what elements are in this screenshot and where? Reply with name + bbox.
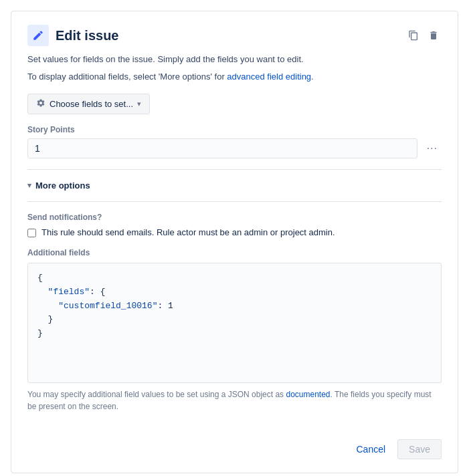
header-actions [405,27,442,43]
story-points-label: Story Points [27,125,442,134]
send-notifications-checkbox[interactable] [27,229,36,237]
send-notifications-checkbox-label[interactable]: This rule should send emails. Rule actor… [41,227,335,237]
chevron-down-icon: ▾ [137,100,141,108]
cancel-button[interactable]: Cancel [349,440,392,459]
more-options-toggle[interactable]: ▾ More options [27,181,90,191]
trash-icon [428,30,439,41]
description-line1: Set values for fields on the issue. Simp… [27,53,442,66]
choose-fields-label: Choose fields to set... [50,99,133,109]
save-button[interactable]: Save [397,439,442,459]
additional-fields-editor[interactable]: { "fields": { "customfield_10016": 1 } } [27,263,442,383]
code-block: { "fields": { "customfield_10016": 1 } } [37,271,432,341]
edit-issue-card: Edit issue Set values for fields on the … [11,11,458,473]
description-line2: To display additional fields, select 'Mo… [27,70,442,84]
story-points-section: Story Points ··· [27,125,442,158]
additional-fields-label: Additional fields [27,248,442,257]
help-text: You may specify additional field values … [27,388,442,412]
send-notifications-row: This rule should send emails. Rule actor… [27,227,442,237]
copy-icon [408,30,419,41]
documented-link[interactable]: documented [286,390,330,399]
chevron-icon: ▾ [27,181,31,190]
more-options-label: More options [35,181,90,191]
gear-icon [36,98,45,110]
card-header: Edit issue [27,25,442,46]
delete-button[interactable] [426,27,442,43]
send-notifications-label: Send notifications? [27,213,442,222]
more-options-section: Send notifications? This rule should sen… [27,201,442,412]
story-points-input[interactable] [27,138,417,158]
section-divider [27,169,442,170]
choose-fields-button[interactable]: Choose fields to set... ▾ [27,94,150,114]
copy-button[interactable] [405,27,421,43]
edit-issue-icon [27,25,49,46]
advanced-field-editing-link[interactable]: advanced field editing [227,72,311,82]
pencil-svg [32,29,44,41]
page-title: Edit issue [56,28,399,43]
story-points-options-button[interactable]: ··· [423,140,442,157]
story-points-row: ··· [27,138,442,158]
footer: Cancel Save [27,429,442,459]
